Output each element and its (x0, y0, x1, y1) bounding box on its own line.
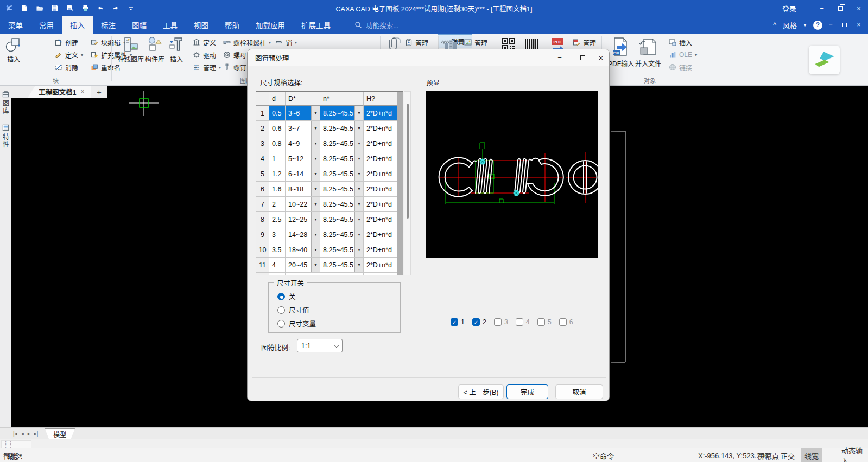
spec-table-cell[interactable]: 2*D+n*d (364, 136, 397, 151)
spec-table-cell[interactable]: 2*D+n*d (364, 166, 397, 182)
spec-table-scrollbar[interactable] (404, 91, 411, 275)
cell-dropdown-button[interactable]: ▾ (311, 258, 320, 272)
menu-tab-视图[interactable]: 视图 (186, 16, 217, 34)
image-manage-button[interactable]: 管理 (464, 37, 487, 48)
cell-dropdown-button[interactable]: ▾ (354, 227, 363, 242)
spec-table-row-4[interactable]: 415~12▾8.25~45.5▾2*D+n*d (256, 151, 403, 166)
spec-table-row-11[interactable]: 11420~45▾8.25~45.5▾2*D+n*d (256, 258, 403, 273)
cell-dropdown-button[interactable]: ▾ (354, 258, 363, 272)
new-file-button[interactable] (18, 2, 30, 14)
style-menu[interactable]: 风格 (783, 20, 797, 30)
status-item-动态输入[interactable]: 动态输入 (838, 448, 868, 462)
spec-table-cell[interactable]: 12~25▾ (286, 212, 320, 227)
spec-table-cell[interactable]: 2*D+n*d (364, 242, 397, 258)
spec-table-cell[interactable]: 1.2 (269, 166, 286, 182)
sidebar-tab-properties[interactable]: 特性 (0, 121, 11, 149)
pin-button[interactable]: 销 (275, 37, 297, 48)
spec-table-row-6[interactable]: 61.68~18▾8.25~45.5▾2*D+n*d (256, 182, 403, 197)
spec-table-cell[interactable]: 8 (256, 212, 269, 227)
spec-table-cell[interactable]: 1.6 (269, 182, 286, 197)
last-sheet-icon[interactable]: ▸| (34, 431, 39, 437)
menu-tab-帮助[interactable]: 帮助 (217, 16, 248, 34)
function-search[interactable]: 功能搜索... (354, 16, 398, 34)
nut-button[interactable]: 螺母 (223, 49, 246, 60)
merge-file-button[interactable]: 并入文件 (633, 35, 663, 69)
spec-table-cell[interactable]: 8.25~45.5▾ (320, 212, 364, 227)
block-create-button[interactable]: 创建 (54, 37, 78, 48)
dialog-minimize-button[interactable]: − (550, 49, 569, 66)
spec-table-cell[interactable]: 2.5 (269, 212, 286, 227)
spec-table-cell[interactable]: 0.8 (269, 136, 286, 151)
block-insert-button[interactable]: 插入 (3, 35, 24, 65)
spec-table-cell[interactable]: 8.25~45.5▾ (320, 121, 364, 136)
ole-button[interactable]: OLE (668, 49, 697, 60)
cell-dropdown-button[interactable]: ▾ (311, 212, 320, 227)
help-icon[interactable]: ? (813, 21, 822, 30)
chevron-down-icon[interactable]: ▾ (20, 453, 22, 458)
radio-icon[interactable] (277, 293, 285, 300)
spec-table-cell[interactable]: 8.25~45.5▾ (320, 151, 364, 166)
redo-button[interactable] (110, 2, 122, 14)
cell-dropdown-button[interactable]: ▾ (354, 121, 363, 136)
spec-table-cell[interactable]: 6 (256, 182, 269, 197)
save-as-button[interactable] (64, 2, 76, 14)
radio-option-尺寸变量[interactable]: 尺寸变量 (277, 318, 316, 329)
spec-table-cell[interactable]: 4 (256, 151, 269, 166)
model-tab[interactable]: 模型 (45, 428, 75, 439)
customize-quick-access-icon[interactable] (125, 2, 137, 14)
save-button[interactable] (49, 2, 61, 14)
open-file-button[interactable] (34, 2, 46, 14)
prev-sheet-icon[interactable]: ◂ (21, 431, 24, 437)
spec-table-cell[interactable]: 20~45▾ (286, 258, 320, 273)
spec-table-row-3[interactable]: 30.84~9▾8.25~45.5▾2*D+n*d (256, 136, 403, 151)
spec-table-row-1[interactable]: 10.53~6▾8.25~45.5▾2*D+n*d (256, 106, 403, 121)
spec-table-cell[interactable]: 8.25~45.5▾ (320, 227, 364, 242)
cell-dropdown-button[interactable]: ▾ (354, 106, 363, 120)
print-button[interactable] (79, 2, 91, 14)
cell-dropdown-button[interactable]: ▾ (311, 242, 320, 257)
spec-table-cell[interactable]: 10~22▾ (286, 197, 320, 212)
spec-table-cell[interactable]: 8.25~45.5▾ (320, 106, 364, 121)
spec-table-cell[interactable]: 5 (256, 166, 269, 182)
spec-table-row-5[interactable]: 51.26~14▾8.25~45.5▾2*D+n*d (256, 166, 403, 182)
spec-table-cell[interactable]: 18~40▾ (286, 242, 320, 258)
cell-dropdown-button[interactable]: ▾ (311, 136, 320, 151)
doc-close-button[interactable]: × (853, 19, 865, 31)
spec-table-cell[interactable]: 8.25~45.5▾ (320, 182, 364, 197)
cell-dropdown-button[interactable]: ▾ (311, 121, 320, 136)
cell-dropdown-button[interactable]: ▾ (311, 166, 320, 181)
library-insert-button[interactable]: 插入 (166, 35, 187, 65)
object-insert-button[interactable]: 插入 (668, 37, 692, 48)
new-document-tab-button[interactable]: + (91, 86, 107, 98)
library-manage-button[interactable]: 管理 (192, 62, 221, 73)
menu-tab-菜单[interactable]: 菜单 (0, 16, 31, 34)
cell-dropdown-button[interactable]: ▾ (354, 182, 363, 196)
spec-table-cell[interactable]: 3.5 (269, 242, 286, 258)
menu-tab-加载应用[interactable]: 加载应用 (248, 16, 293, 34)
library-drive-button[interactable]: 驱动 (192, 49, 216, 60)
spec-table-cell[interactable]: 14~28▾ (286, 227, 320, 242)
cell-dropdown-button[interactable]: ▾ (354, 151, 363, 166)
spec-table-cell[interactable]: 2*D+n*d (364, 197, 397, 212)
spec-table-cell[interactable]: 3 (256, 136, 269, 151)
spec-table-cell[interactable]: 8.25~45.5▾ (320, 242, 364, 258)
cell-dropdown-button[interactable]: ▾ (354, 136, 363, 151)
status-item-正交[interactable]: 正交 (777, 448, 798, 462)
spec-table-cell[interactable]: 0.6 (269, 121, 286, 136)
cell-dropdown-button[interactable]: ▾ (354, 166, 363, 181)
view-checkbox-5[interactable]: 5 (537, 318, 552, 326)
symbol-scale-select[interactable]: 1:1 (297, 339, 343, 352)
checkbox-icon[interactable]: ✓ (472, 318, 480, 326)
spec-table-cell[interactable]: 2*D+n*d (364, 258, 397, 273)
spec-table-cell[interactable]: 5~12▾ (286, 151, 320, 166)
attachment-manage-button[interactable]: 管理 (404, 37, 428, 48)
checkbox-icon[interactable] (559, 318, 567, 326)
menu-tab-常用[interactable]: 常用 (31, 16, 62, 34)
restore-button[interactable] (831, 0, 850, 16)
spec-table-row-9[interactable]: 9314~28▾8.25~45.5▾2*D+n*d (256, 227, 403, 242)
menu-tab-标注[interactable]: 标注 (93, 16, 124, 34)
pdf-input-button[interactable]: PDF PDF输入 (606, 35, 636, 69)
spec-table-row-8[interactable]: 82.512~25▾8.25~45.5▾2*D+n*d (256, 212, 403, 227)
cell-dropdown-button[interactable]: ▾ (311, 227, 320, 242)
spec-table-cell[interactable]: 3~7▾ (286, 121, 320, 136)
